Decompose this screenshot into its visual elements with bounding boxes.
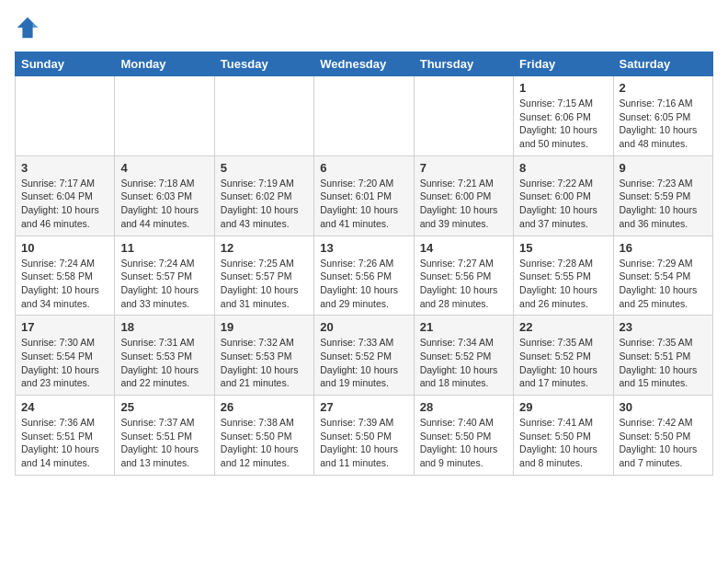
day-number: 7 <box>420 161 507 175</box>
day-info: Sunrise: 7:26 AM Sunset: 5:56 PM Dayligh… <box>320 257 407 311</box>
day-info: Sunrise: 7:21 AM Sunset: 6:00 PM Dayligh… <box>420 177 507 231</box>
calendar-body: 1Sunrise: 7:15 AM Sunset: 6:06 PM Daylig… <box>16 76 713 476</box>
day-number: 2 <box>620 81 707 95</box>
day-info: Sunrise: 7:25 AM Sunset: 5:57 PM Dayligh… <box>221 257 308 311</box>
day-number: 21 <box>420 320 507 334</box>
page-header <box>15 15 713 40</box>
calendar-cell <box>214 76 313 156</box>
calendar-cell: 12Sunrise: 7:25 AM Sunset: 5:57 PM Dayli… <box>214 236 313 316</box>
calendar-cell: 19Sunrise: 7:32 AM Sunset: 5:53 PM Dayli… <box>214 316 313 396</box>
day-number: 30 <box>620 400 707 414</box>
day-number: 17 <box>21 320 108 334</box>
day-of-week-header: Tuesday <box>214 52 313 76</box>
day-number: 16 <box>620 241 707 255</box>
day-info: Sunrise: 7:15 AM Sunset: 6:06 PM Dayligh… <box>519 97 607 151</box>
day-number: 26 <box>221 400 308 414</box>
day-info: Sunrise: 7:30 AM Sunset: 5:54 PM Dayligh… <box>21 336 108 390</box>
day-info: Sunrise: 7:28 AM Sunset: 5:55 PM Dayligh… <box>519 257 607 311</box>
day-number: 28 <box>420 400 507 414</box>
calendar-cell <box>414 76 513 156</box>
day-number: 12 <box>221 241 308 255</box>
day-number: 9 <box>620 161 707 175</box>
calendar-cell: 23Sunrise: 7:35 AM Sunset: 5:51 PM Dayli… <box>613 316 712 396</box>
day-info: Sunrise: 7:35 AM Sunset: 5:52 PM Dayligh… <box>519 336 607 390</box>
calendar-cell: 24Sunrise: 7:36 AM Sunset: 5:51 PM Dayli… <box>16 396 115 476</box>
calendar-cell: 27Sunrise: 7:39 AM Sunset: 5:50 PM Dayli… <box>314 396 414 476</box>
day-info: Sunrise: 7:24 AM Sunset: 5:57 PM Dayligh… <box>120 257 208 311</box>
day-info: Sunrise: 7:18 AM Sunset: 6:03 PM Dayligh… <box>120 177 208 231</box>
day-of-week-header: Saturday <box>613 52 712 76</box>
day-number: 15 <box>519 241 607 255</box>
day-number: 11 <box>120 241 208 255</box>
logo-icon <box>15 15 40 40</box>
calendar-cell: 20Sunrise: 7:33 AM Sunset: 5:52 PM Dayli… <box>314 316 414 396</box>
calendar-cell: 18Sunrise: 7:31 AM Sunset: 5:53 PM Dayli… <box>115 316 214 396</box>
day-info: Sunrise: 7:24 AM Sunset: 5:58 PM Dayligh… <box>21 257 108 311</box>
day-info: Sunrise: 7:35 AM Sunset: 5:51 PM Dayligh… <box>620 336 707 390</box>
day-number: 24 <box>21 400 108 414</box>
calendar-cell: 8Sunrise: 7:22 AM Sunset: 6:00 PM Daylig… <box>514 155 613 236</box>
day-of-week-header: Monday <box>115 52 214 76</box>
day-info: Sunrise: 7:17 AM Sunset: 6:04 PM Dayligh… <box>21 177 108 231</box>
day-number: 18 <box>120 320 208 334</box>
day-number: 19 <box>221 320 308 334</box>
calendar-cell: 14Sunrise: 7:27 AM Sunset: 5:56 PM Dayli… <box>414 236 513 316</box>
calendar-cell: 10Sunrise: 7:24 AM Sunset: 5:58 PM Dayli… <box>16 236 115 316</box>
day-info: Sunrise: 7:23 AM Sunset: 5:59 PM Dayligh… <box>620 177 707 231</box>
calendar-cell: 17Sunrise: 7:30 AM Sunset: 5:54 PM Dayli… <box>16 316 115 396</box>
calendar-cell: 11Sunrise: 7:24 AM Sunset: 5:57 PM Dayli… <box>115 236 214 316</box>
day-number: 5 <box>221 161 308 175</box>
calendar-cell: 5Sunrise: 7:19 AM Sunset: 6:02 PM Daylig… <box>214 155 313 236</box>
day-info: Sunrise: 7:40 AM Sunset: 5:50 PM Dayligh… <box>420 416 507 470</box>
day-number: 1 <box>519 81 607 95</box>
day-number: 22 <box>519 320 607 334</box>
day-info: Sunrise: 7:22 AM Sunset: 6:00 PM Dayligh… <box>519 177 607 231</box>
calendar-cell: 3Sunrise: 7:17 AM Sunset: 6:04 PM Daylig… <box>16 155 115 236</box>
calendar-cell <box>314 76 414 156</box>
calendar-cell: 28Sunrise: 7:40 AM Sunset: 5:50 PM Dayli… <box>414 396 513 476</box>
calendar-cell: 2Sunrise: 7:16 AM Sunset: 6:05 PM Daylig… <box>613 76 712 156</box>
calendar-cell: 30Sunrise: 7:42 AM Sunset: 5:50 PM Dayli… <box>613 396 712 476</box>
calendar-week-row: 1Sunrise: 7:15 AM Sunset: 6:06 PM Daylig… <box>16 76 713 156</box>
calendar-cell: 4Sunrise: 7:18 AM Sunset: 6:03 PM Daylig… <box>115 155 214 236</box>
day-number: 6 <box>320 161 407 175</box>
calendar-cell: 25Sunrise: 7:37 AM Sunset: 5:51 PM Dayli… <box>115 396 214 476</box>
calendar-cell <box>16 76 115 156</box>
day-info: Sunrise: 7:42 AM Sunset: 5:50 PM Dayligh… <box>620 416 707 470</box>
day-info: Sunrise: 7:16 AM Sunset: 6:05 PM Dayligh… <box>620 97 707 151</box>
day-number: 4 <box>120 161 208 175</box>
calendar-cell: 15Sunrise: 7:28 AM Sunset: 5:55 PM Dayli… <box>514 236 613 316</box>
day-info: Sunrise: 7:41 AM Sunset: 5:50 PM Dayligh… <box>519 416 607 470</box>
day-info: Sunrise: 7:39 AM Sunset: 5:50 PM Dayligh… <box>320 416 407 470</box>
day-number: 3 <box>21 161 108 175</box>
day-info: Sunrise: 7:29 AM Sunset: 5:54 PM Dayligh… <box>620 257 707 311</box>
day-number: 14 <box>420 241 507 255</box>
day-info: Sunrise: 7:38 AM Sunset: 5:50 PM Dayligh… <box>221 416 308 470</box>
day-number: 10 <box>21 241 108 255</box>
day-number: 13 <box>320 241 407 255</box>
day-of-week-header: Thursday <box>414 52 513 76</box>
day-info: Sunrise: 7:20 AM Sunset: 6:01 PM Dayligh… <box>320 177 407 231</box>
day-info: Sunrise: 7:19 AM Sunset: 6:02 PM Dayligh… <box>221 177 308 231</box>
calendar-cell <box>115 76 214 156</box>
calendar-cell: 13Sunrise: 7:26 AM Sunset: 5:56 PM Dayli… <box>314 236 414 316</box>
day-info: Sunrise: 7:37 AM Sunset: 5:51 PM Dayligh… <box>120 416 208 470</box>
calendar-cell: 1Sunrise: 7:15 AM Sunset: 6:06 PM Daylig… <box>514 76 613 156</box>
day-info: Sunrise: 7:33 AM Sunset: 5:52 PM Dayligh… <box>320 336 407 390</box>
calendar-cell: 22Sunrise: 7:35 AM Sunset: 5:52 PM Dayli… <box>514 316 613 396</box>
day-of-week-header: Friday <box>514 52 613 76</box>
calendar-week-row: 3Sunrise: 7:17 AM Sunset: 6:04 PM Daylig… <box>16 155 713 236</box>
day-info: Sunrise: 7:32 AM Sunset: 5:53 PM Dayligh… <box>221 336 308 390</box>
day-info: Sunrise: 7:36 AM Sunset: 5:51 PM Dayligh… <box>21 416 108 470</box>
day-number: 23 <box>620 320 707 334</box>
calendar-table: SundayMondayTuesdayWednesdayThursdayFrid… <box>15 52 713 476</box>
day-of-week-header: Wednesday <box>314 52 414 76</box>
day-number: 27 <box>320 400 407 414</box>
calendar-week-row: 24Sunrise: 7:36 AM Sunset: 5:51 PM Dayli… <box>16 396 713 476</box>
day-info: Sunrise: 7:27 AM Sunset: 5:56 PM Dayligh… <box>420 257 507 311</box>
day-number: 29 <box>519 400 607 414</box>
day-of-week-header: Sunday <box>16 52 115 76</box>
day-number: 25 <box>120 400 208 414</box>
logo <box>15 15 44 40</box>
calendar-week-row: 17Sunrise: 7:30 AM Sunset: 5:54 PM Dayli… <box>16 316 713 396</box>
